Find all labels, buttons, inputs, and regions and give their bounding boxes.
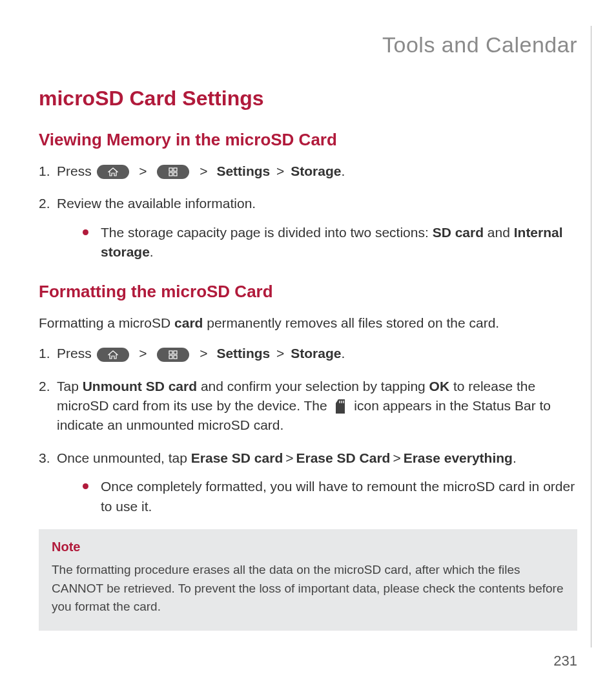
formatting-intro: Formatting a microSD card permanently re… — [39, 313, 577, 332]
svg-rect-1 — [174, 168, 177, 171]
separator: > — [139, 163, 147, 178]
period: . — [341, 346, 345, 361]
step-text: Press — [57, 163, 96, 178]
svg-rect-6 — [169, 355, 172, 359]
erase-1: Erase SD card — [191, 450, 283, 465]
storage-label: Storage — [291, 163, 341, 178]
step-text: and confirm your selection by tapping — [197, 379, 429, 394]
apps-key-icon — [157, 348, 189, 362]
sd-card-label: SD card — [433, 225, 484, 240]
home-key-icon — [97, 348, 129, 362]
note-title: Note — [52, 540, 564, 554]
svg-rect-7 — [174, 355, 177, 359]
settings-label: Settings — [216, 163, 270, 178]
bullet-text: The storage capacity page is divided int… — [101, 225, 433, 240]
apps-key-icon — [157, 165, 189, 179]
settings-label: Settings — [216, 346, 270, 361]
step-1-view: Press > > Settings > Storage. — [39, 162, 577, 181]
erase-3: Erase everything — [404, 450, 513, 465]
separator: > — [276, 163, 284, 178]
bullet-text: Once completely formatted, you will have… — [101, 479, 575, 513]
svg-rect-8 — [339, 401, 340, 403]
step-text: Once unmounted, tap — [57, 450, 191, 465]
svg-rect-9 — [341, 401, 342, 403]
sub-bullets: The storage capacity page is divided int… — [57, 223, 577, 262]
erase-2: Erase SD Card — [296, 450, 391, 465]
period: . — [513, 450, 517, 465]
home-key-icon — [97, 165, 129, 179]
separator: > — [200, 163, 207, 178]
steps-viewing: Press > > Settings > Storage. Review the… — [39, 162, 577, 262]
note-box: Note The formatting procedure erases all… — [39, 529, 577, 631]
page-right-border — [591, 26, 591, 647]
bullet-remount: Once completely formatted, you will have… — [83, 477, 577, 516]
step-text: Tap — [57, 379, 83, 394]
sd-unmounted-icon — [333, 398, 347, 415]
step-text: Press — [57, 346, 96, 361]
svg-rect-10 — [343, 401, 344, 403]
sub-bullets: Once completely formatted, you will have… — [57, 477, 577, 516]
section-heading-viewing: Viewing Memory in the microSD Card — [39, 130, 577, 150]
ok-label: OK — [429, 379, 450, 394]
separator: > — [200, 346, 207, 361]
svg-rect-3 — [174, 173, 177, 176]
intro-text: Formatting a microSD — [39, 315, 174, 330]
period: . — [150, 244, 154, 259]
step-1-format: Press > > Settings > Storage. — [39, 344, 577, 363]
steps-formatting: Press > > Settings > Storage. Tap Unmoun… — [39, 344, 577, 516]
step-2-format: Tap Unmount SD card and confirm your sel… — [39, 377, 577, 436]
svg-rect-5 — [174, 351, 177, 354]
and-text: and — [484, 225, 514, 240]
page-title: microSD Card Settings — [39, 87, 577, 110]
svg-rect-0 — [169, 168, 172, 171]
separator: > — [139, 346, 147, 361]
bullet-storage-sections: The storage capacity page is divided int… — [83, 223, 577, 262]
note-text: The formatting procedure erases all the … — [52, 561, 564, 616]
intro-text-2: permanently removes all files stored on … — [203, 315, 499, 330]
separator: > — [285, 450, 293, 465]
storage-label: Storage — [291, 346, 341, 361]
svg-rect-4 — [169, 351, 172, 354]
separator: > — [276, 346, 284, 361]
period: . — [341, 163, 345, 178]
card-bold: card — [174, 315, 203, 330]
step-text: Review the available information. — [57, 196, 256, 211]
unmount-label: Unmount SD card — [83, 379, 197, 394]
separator: > — [393, 450, 400, 465]
step-2-view: Review the available information. The st… — [39, 194, 577, 262]
step-3-format: Once unmounted, tap Erase SD card>Erase … — [39, 448, 577, 516]
svg-rect-2 — [169, 173, 172, 176]
section-heading-formatting: Formatting the microSD Card — [39, 282, 577, 302]
page-number: 231 — [553, 653, 577, 669]
chapter-header: Tools and Calendar — [39, 32, 577, 58]
